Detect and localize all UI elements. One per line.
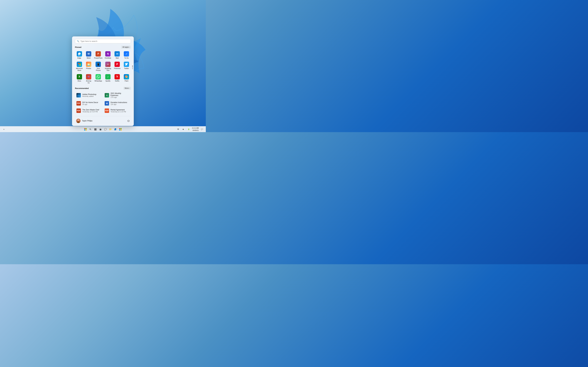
rec-donation-time: 12h ago — [111, 103, 127, 105]
chat-button[interactable]: 💬 — [103, 127, 107, 131]
onenote-icon: N — [105, 51, 111, 57]
rec-photoshop-name: Adobe Photoshop — [82, 93, 96, 95]
ppt-icon: P — [95, 51, 101, 57]
start-button[interactable] — [83, 127, 87, 131]
dot-2 — [132, 67, 133, 68]
app-snipping[interactable]: ✂ Snipping Tool — [104, 60, 112, 72]
app-photos[interactable]: 🌅 Photos — [84, 60, 93, 72]
svg-rect-1 — [78, 63, 79, 64]
battery-icon[interactable]: 🔋 — [187, 127, 191, 131]
app-onenote[interactable]: N OneNote — [104, 50, 112, 60]
svg-rect-4 — [79, 65, 81, 66]
chevron-right-icon: › — [129, 87, 130, 89]
wifi-icon[interactable] — [176, 127, 180, 131]
app-powerpoint[interactable]: P PowerPoint — [94, 50, 103, 60]
app-word[interactable]: W Word — [84, 50, 93, 60]
app-netflix[interactable]: N Netflix — [113, 73, 121, 85]
show-hidden-icons-button[interactable]: ∧ — [2, 127, 6, 131]
app-msstore[interactable]: Microsoft Store — [75, 60, 84, 72]
whatsapp-label: WhatsApp — [95, 80, 102, 82]
svg-rect-11 — [86, 129, 86, 131]
paint-icon: 🎨 — [124, 74, 129, 79]
taskbar-search-button[interactable] — [88, 127, 93, 131]
app-twitter[interactable]: Twitter — [122, 60, 131, 72]
donation-icon: W — [105, 101, 109, 106]
rec-diy[interactable]: PDF DIY for Home Decor 2h ago — [75, 100, 103, 107]
netflix-label: Netflix — [115, 80, 120, 82]
app-whatsapp[interactable]: WhatsApp — [94, 73, 103, 85]
all-apps-link[interactable]: All apps › — [121, 46, 131, 49]
rec-zerowaste[interactable]: PDF The Zero Waste Chef Yesterday at 4:2… — [75, 107, 103, 114]
mail-icon: ✉ — [114, 51, 120, 57]
rec-rental[interactable]: PDF Rental Agreement Yesterday at 1:15 P… — [103, 107, 131, 114]
app-amongus[interactable]: 👾 Among Us — [84, 73, 93, 85]
power-button[interactable] — [126, 118, 131, 123]
chevron-right-icon: › — [129, 46, 130, 48]
start-menu: 🔍 Pinned All apps › Edge W Word P — [72, 36, 134, 126]
tray-datetime: 11:11 AM 10/20/21 — [192, 127, 199, 132]
todo-label: To Do — [124, 57, 129, 59]
svg-rect-16 — [119, 128, 120, 129]
rental-icon: PDF — [105, 108, 109, 113]
amongus-label: Among Us — [85, 80, 92, 84]
app-pinterest[interactable]: P Pinterest — [113, 60, 121, 72]
svg-rect-2 — [79, 63, 81, 64]
mail-label: Mail — [116, 57, 119, 59]
app-spotify[interactable]: ♪ Spotify — [104, 73, 112, 85]
search-input[interactable] — [80, 40, 129, 42]
taskbar-right: 🔋 11:11 AM 10/20/21 💬 — [176, 127, 204, 132]
recommended-grid: Ps Adobe Photoshop Recently added X 2021… — [75, 91, 131, 114]
rec-photoshop[interactable]: Ps Adobe Photoshop Recently added — [75, 91, 103, 99]
store-taskbar-button[interactable] — [118, 127, 122, 131]
photos-icon: 🌅 — [86, 62, 91, 67]
svg-rect-13 — [95, 128, 96, 129]
pinterest-icon: P — [114, 62, 120, 67]
notification-button[interactable]: 💬 — [200, 127, 204, 131]
app-todo[interactable]: ✓ To Do — [122, 50, 131, 60]
ppt-label: PowerPoint — [94, 57, 102, 59]
edge-label: Edge — [78, 57, 81, 59]
paint-label: Paint — [125, 80, 128, 82]
widgets-button[interactable]: ▦ — [98, 127, 103, 131]
xbox-label: Xbox — [78, 80, 81, 82]
pinned-apps-grid: Edge W Word P PowerPoint N OneNote ✉ Mai… — [75, 50, 131, 85]
svg-point-6 — [78, 119, 79, 121]
svg-rect-12 — [94, 128, 95, 129]
user-name: Taylor Philips — [82, 120, 93, 122]
rec-expenses[interactable]: X 2021 Monthly Expenses 17m ago — [103, 91, 131, 99]
spotify-icon: ♪ — [105, 74, 111, 79]
more-link[interactable]: More › — [123, 87, 131, 90]
xbox-icon: X — [77, 74, 82, 79]
zerowaste-icon: PDF — [77, 108, 81, 113]
onenote-label: OneNote — [105, 57, 111, 59]
task-view-button[interactable] — [93, 127, 97, 131]
dot-1 — [132, 66, 133, 67]
spotify-label: Spotify — [105, 80, 110, 82]
rec-donation-name: Donation Instructions — [111, 101, 127, 103]
app-yourphone[interactable]: 📱 Your Phone — [94, 60, 103, 72]
start-footer: Taylor Philips — [75, 116, 131, 124]
volume-icon[interactable] — [182, 127, 186, 131]
msstore-label: Microsoft Store — [76, 67, 83, 71]
taskbar-center: ▦ 💬 📁 — [83, 127, 122, 131]
rec-donation[interactable]: W Donation Instructions 12h ago — [103, 100, 131, 107]
whatsapp-icon — [95, 74, 101, 79]
edge-icon — [77, 51, 82, 57]
user-profile[interactable]: Taylor Philips — [75, 118, 94, 124]
diy-icon: PDF — [77, 101, 81, 106]
yourphone-icon: 📱 — [95, 62, 101, 67]
app-xbox[interactable]: X Xbox — [75, 73, 84, 85]
netflix-icon: N — [114, 74, 120, 79]
pinterest-label: Pinterest — [114, 67, 120, 69]
app-paint[interactable]: 🎨 Paint — [122, 73, 131, 85]
edge-taskbar-button[interactable] — [113, 127, 117, 131]
page-dots — [132, 66, 133, 69]
file-explorer-button[interactable]: 📁 — [108, 127, 112, 131]
svg-rect-8 — [84, 128, 85, 129]
app-edge[interactable]: Edge — [75, 50, 84, 60]
rec-rental-time: Yesterday at 1:15 PM — [111, 111, 126, 113]
svg-rect-15 — [95, 129, 96, 130]
rec-expenses-time: 17m ago — [111, 96, 129, 98]
search-bar[interactable]: 🔍 — [75, 39, 131, 43]
app-mail[interactable]: ✉ Mail — [113, 50, 121, 60]
